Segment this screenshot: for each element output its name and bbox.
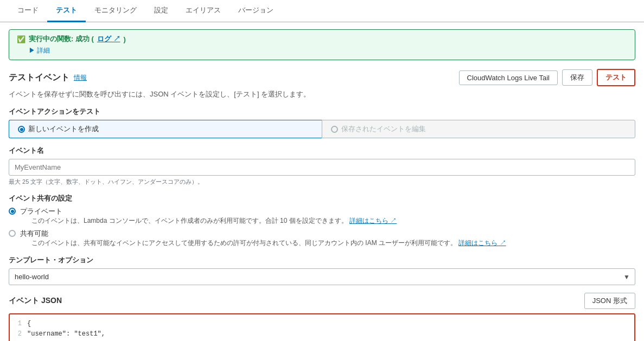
- save-button[interactable]: 保存: [562, 69, 592, 86]
- sharing-private-link[interactable]: 詳細はこちら ↗: [349, 217, 397, 224]
- radio-saved-event[interactable]: 保存されたイベントを編集: [322, 120, 635, 138]
- json-editor-box[interactable]: 1{2 "username": "test1",3 "score": "7"4}…: [9, 313, 635, 341]
- event-action-label: イベントアクションをテスト: [9, 107, 635, 117]
- sharing-shared-label: 共有可能: [20, 229, 48, 237]
- event-name-input[interactable]: [9, 159, 635, 176]
- radio-new-event-dot: [18, 126, 25, 133]
- json-editor-header: イベント JSON JSON 形式: [9, 293, 635, 309]
- tab-version[interactable]: バージョン: [229, 0, 282, 22]
- sharing-shared-desc: このイベントは、共有可能なイベントにアクセスして使用するための許可が付与されてい…: [31, 239, 506, 248]
- sharing-private-option[interactable]: プライベート このイベントは、Lambda コンソールで、イベント作成者のみが利…: [9, 207, 635, 226]
- json-line-number: 2: [14, 329, 22, 339]
- radio-saved-event-dot: [331, 126, 338, 133]
- success-banner: ✅ 実行中の関数: 成功 (ログ ↗) ▶ 詳細: [9, 29, 635, 60]
- log-link[interactable]: ログ ↗: [97, 34, 120, 44]
- sharing-label: イベント共有の設定: [9, 194, 635, 203]
- sharing-shared-link[interactable]: 詳細はこちら ↗: [458, 239, 506, 247]
- template-label: テンプレート・オプション: [9, 255, 635, 265]
- template-select-wrapper: hello-world ▼: [9, 268, 635, 285]
- template-select[interactable]: hello-world: [9, 268, 635, 285]
- success-icon: ✅: [17, 35, 25, 43]
- json-line: 2 "username": "test1",: [14, 329, 630, 339]
- event-action-radio-group: 新しいイベントを作成 保存されたイベントを編集: [9, 120, 635, 138]
- tab-alias[interactable]: エイリアス: [177, 0, 229, 22]
- json-line-number: 1: [14, 319, 22, 329]
- info-link[interactable]: 情報: [74, 73, 87, 82]
- tab-monitoring[interactable]: モニタリング: [86, 0, 145, 22]
- template-section: テンプレート・オプション hello-world ▼: [9, 255, 635, 285]
- json-line-content: "username": "test1",: [27, 329, 105, 339]
- tab-settings[interactable]: 設定: [145, 0, 177, 22]
- top-nav: コードテストモニタリング設定エイリアスバージョン: [0, 0, 644, 22]
- section-actions: CloudWatch Logs Live Tail 保存 テスト: [459, 69, 635, 86]
- json-editor-section: イベント JSON JSON 形式 1{2 "username": "test1…: [9, 293, 635, 341]
- test-button[interactable]: テスト: [597, 69, 635, 86]
- json-line: 1{: [14, 319, 630, 329]
- section-title: テストイベント: [9, 72, 69, 83]
- description-text: イベントを保存せずに関数を呼び出すには、JSON イベントを設定し、[テスト] …: [9, 89, 635, 99]
- sharing-shared-option[interactable]: 共有可能 このイベントは、共有可能なイベントにアクセスして使用するための許可が付…: [9, 229, 635, 248]
- sharing-private-label: プライベート: [20, 207, 62, 215]
- section-header: テストイベント 情報 CloudWatch Logs Live Tail 保存 …: [9, 69, 635, 86]
- sharing-section: イベント共有の設定 プライベート このイベントは、Lambda コンソールで、イ…: [9, 194, 635, 248]
- json-editor-label: イベント JSON: [9, 296, 62, 306]
- success-text: 実行中の関数: 成功 (: [29, 34, 94, 44]
- radio-new-event-label: 新しいイベントを作成: [28, 124, 99, 134]
- cloudwatch-button[interactable]: CloudWatch Logs Live Tail: [459, 70, 558, 85]
- tab-code[interactable]: コード: [9, 0, 47, 22]
- sharing-shared-dot: [9, 230, 16, 237]
- radio-saved-event-label: 保存されたイベントを編集: [341, 124, 426, 134]
- json-format-button[interactable]: JSON 形式: [584, 293, 635, 309]
- tab-test[interactable]: テスト: [47, 0, 86, 22]
- event-action-section: イベントアクションをテスト 新しいイベントを作成 保存されたイベントを編集: [9, 107, 635, 138]
- details-toggle[interactable]: ▶ 詳細: [29, 46, 627, 55]
- event-name-label: イベント名: [9, 146, 635, 156]
- radio-new-event[interactable]: 新しいイベントを作成: [9, 120, 322, 138]
- sharing-private-dot: [9, 208, 16, 215]
- success-paren: ): [124, 35, 126, 43]
- sharing-private-desc: このイベントは、Lambda コンソールで、イベント作成者のみが利用可能です。合…: [31, 216, 397, 226]
- event-name-section: イベント名 最大 25 文字（文字、数字、ドット、ハイフン、アンダースコアのみ）…: [9, 146, 635, 186]
- json-line-content: {: [27, 319, 31, 329]
- event-name-hint: 最大 25 文字（文字、数字、ドット、ハイフン、アンダースコアのみ）。: [9, 178, 635, 186]
